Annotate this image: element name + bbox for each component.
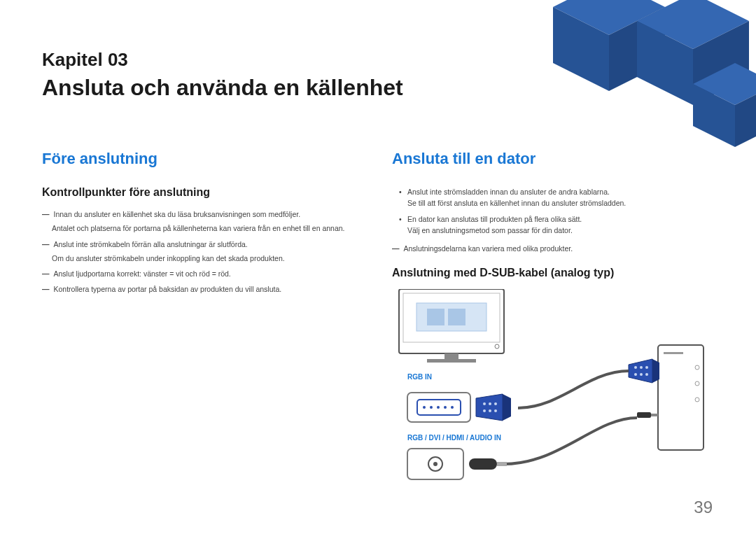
svg-rect-47 <box>469 458 497 470</box>
chapter-title: Ansluta och använda en källenhet <box>42 75 714 101</box>
svg-point-29 <box>645 373 648 376</box>
note-item: ― Anslut inte strömkabeln förrän alla an… <box>42 239 364 250</box>
note-item: ― Kontrollera typerna av portar på baksi… <box>42 283 364 295</box>
connection-diagram: RGB IN RGB / DVI / HDMI / AUDIO IN <box>392 289 714 523</box>
note-dash-icon: ― <box>42 209 50 220</box>
checklist-subheading: Kontrollpunkter före anslutning <box>42 186 364 199</box>
svg-marker-31 <box>503 394 511 421</box>
svg-point-40 <box>423 406 426 409</box>
bullet-subtext: Välj en anslutningsmetod som passar för … <box>407 225 714 236</box>
svg-point-21 <box>695 398 699 402</box>
svg-rect-13 <box>448 309 465 325</box>
svg-point-42 <box>437 406 440 409</box>
audio-in-label: RGB / DVI / HDMI / AUDIO IN <box>407 434 561 442</box>
rgb-in-label: RGB IN <box>407 373 512 381</box>
right-column: Ansluta till en dator Anslut inte ströms… <box>392 150 714 526</box>
svg-point-25 <box>640 366 643 369</box>
bullet-text: En dator kan anslutas till produkten på … <box>407 215 582 223</box>
svg-point-27 <box>634 373 637 376</box>
note-text: Kontrollera typerna av portar på baksida… <box>54 283 365 295</box>
svg-marker-22 <box>629 359 652 383</box>
connect-pc-heading: Ansluta till en dator <box>392 150 714 168</box>
svg-marker-30 <box>476 394 503 421</box>
before-connection-heading: Före anslutning <box>42 150 364 168</box>
note-dash-icon: ― <box>392 243 400 254</box>
chapter-label: Kapitel 03 <box>42 49 714 71</box>
svg-point-32 <box>483 402 486 405</box>
note-text: Anslut ljudportarna korrekt: vänster = v… <box>54 268 365 279</box>
note-text: Anslut inte strömkabeln förrän alla ansl… <box>54 239 365 250</box>
note-dash-icon: ― <box>42 268 50 279</box>
bullet-item: En dator kan anslutas till produkten på … <box>392 213 714 237</box>
svg-point-24 <box>634 366 637 369</box>
svg-point-34 <box>494 402 497 405</box>
note-subtext: Antalet och platserna för portarna på kä… <box>52 223 364 234</box>
svg-point-36 <box>489 409 491 412</box>
svg-point-20 <box>695 381 699 386</box>
svg-point-28 <box>640 373 643 376</box>
svg-rect-45 <box>637 412 651 418</box>
note-dash-icon: ― <box>42 239 50 250</box>
bullet-subtext: Se till att först ansluta en källenhet i… <box>407 197 714 209</box>
svg-point-43 <box>444 406 447 409</box>
svg-rect-18 <box>664 352 683 354</box>
svg-point-26 <box>645 366 648 369</box>
svg-point-51 <box>433 462 438 466</box>
svg-point-16 <box>495 344 499 349</box>
note-dash-icon: ― <box>42 283 50 295</box>
svg-rect-14 <box>444 353 458 359</box>
svg-point-41 <box>430 406 433 409</box>
dsub-subheading: Anslutning med D-SUB-kabel (analog typ) <box>392 267 714 279</box>
note-text: Innan du ansluter en källenhet ska du lä… <box>54 209 365 220</box>
svg-point-44 <box>451 406 454 409</box>
svg-point-33 <box>489 402 491 405</box>
svg-rect-46 <box>651 414 658 416</box>
note-text: Anslutningsdelarna kan variera med olika… <box>404 243 715 254</box>
note-item: ― Innan du ansluter en källenhet ska du … <box>42 209 364 220</box>
svg-rect-48 <box>497 462 507 466</box>
note-item: ― Anslut ljudportarna korrekt: vänster =… <box>42 268 364 279</box>
bullet-item: Anslut inte strömsladden innan du anslut… <box>392 186 714 209</box>
svg-point-35 <box>483 409 486 412</box>
svg-rect-12 <box>427 309 444 325</box>
left-column: Före anslutning Kontrollpunkter före ans… <box>42 150 364 526</box>
bullet-text: Anslut inte strömsladden innan du anslut… <box>407 188 610 196</box>
note-subtext: Om du ansluter strömkabeln under inkoppl… <box>52 253 364 264</box>
svg-marker-23 <box>652 359 659 383</box>
note-item: ― Anslutningsdelarna kan variera med oli… <box>392 243 714 254</box>
svg-point-37 <box>494 409 497 412</box>
svg-point-19 <box>695 365 699 370</box>
svg-rect-15 <box>427 359 476 363</box>
